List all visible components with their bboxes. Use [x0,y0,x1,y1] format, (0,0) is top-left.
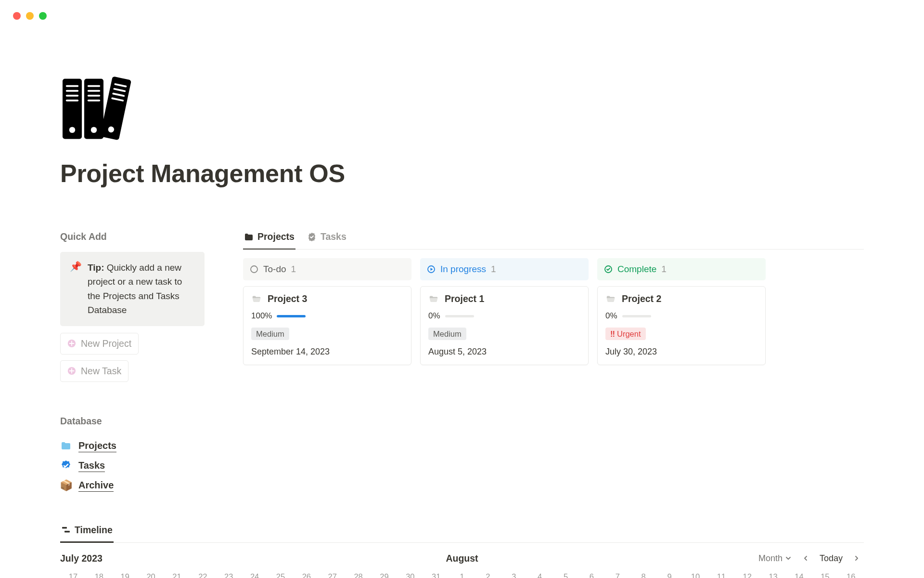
timeline-day[interactable]: 27 [320,572,346,578]
page-title[interactable]: Project Management OS [60,159,864,188]
column-header-todo[interactable]: To-do 1 [243,258,411,280]
svg-point-20 [251,266,257,273]
timeline-day[interactable]: 2 [475,572,501,578]
timeline-day[interactable]: 24 [242,572,268,578]
tab-timeline[interactable]: Timeline [60,525,114,542]
timeline-day[interactable]: 28 [346,572,372,578]
column-complete: Complete 1 Project 2 0% Urgent J [597,258,766,365]
timeline-day[interactable]: 10 [682,572,708,578]
timeline-day[interactable]: 9 [656,572,682,578]
database-link-archive[interactable]: 📦 Archive [60,476,205,496]
tip-text: Tip: Quickly add a new project or a new … [88,261,195,317]
timeline-section: Timeline July 2023 August Month Today [60,525,864,578]
database-archive-label: Archive [78,480,114,492]
folder-open-icon [605,294,616,304]
timeline-prev-button[interactable] [798,553,813,564]
card-project-3[interactable]: Project 3 100% Medium September 14, 2023 [243,286,411,365]
column-header-complete[interactable]: Complete 1 [597,258,766,280]
tab-tasks[interactable]: Tasks [306,231,347,249]
card-progress: 100% [251,311,403,321]
column-header-in-progress[interactable]: In progress 1 [420,258,589,280]
database-link-projects[interactable]: Projects [60,436,205,456]
timeline-day[interactable]: 3 [501,572,527,578]
tab-timeline-label: Timeline [75,525,113,536]
folder-open-icon [251,294,262,304]
timeline-day[interactable]: 22 [190,572,216,578]
card-date: September 14, 2023 [251,347,403,357]
circle-empty-icon [250,265,258,274]
timeline-icon [61,525,71,535]
database-tasks-label: Tasks [78,460,105,472]
timeline-day[interactable]: 17 [60,572,86,578]
tab-projects[interactable]: Projects [243,231,295,249]
check-badge-icon [60,460,72,472]
database-link-tasks[interactable]: Tasks [60,456,205,476]
column-todo: To-do 1 Project 3 100% Medium Se [243,258,411,365]
timeline-view-dropdown[interactable]: Month [755,552,796,565]
timeline-day[interactable]: 21 [164,572,190,578]
folder-open-icon [428,294,439,304]
timeline-days-row: 1718192021222324252627282930311234567891… [60,572,864,578]
timeline-day[interactable]: 23 [216,572,242,578]
timeline-today-button[interactable]: Today [816,552,847,565]
timeline-next-button[interactable] [849,553,864,564]
column-complete-label: Complete [617,264,656,275]
priority-tag-urgent: Urgent [605,328,646,340]
chevron-left-icon [802,555,809,562]
timeline-day[interactable]: 26 [294,572,320,578]
minimize-window-icon[interactable] [26,12,34,20]
svg-point-15 [69,127,76,133]
maximize-window-icon[interactable] [39,12,47,20]
timeline-month-left: July 2023 [60,553,103,564]
folder-blue-icon [60,440,72,452]
timeline-day[interactable]: 20 [138,572,164,578]
timeline-day[interactable]: 15 [812,572,838,578]
timeline-day[interactable]: 29 [372,572,398,578]
card-title: Project 3 [268,293,307,304]
page-icon-binders[interactable] [60,73,864,147]
timeline-day[interactable]: 8 [630,572,656,578]
new-task-button[interactable]: New Task [60,360,128,382]
tip-callout: 📌 Tip: Quickly add a new project or a ne… [60,252,205,326]
timeline-day[interactable]: 13 [760,572,786,578]
database-heading: Database [60,416,205,427]
progress-text: 100% [251,311,272,321]
database-section: Database Projects Tasks 📦 Archive [60,416,205,496]
timeline-day[interactable]: 30 [397,572,423,578]
plus-circle-icon [67,367,76,375]
close-window-icon[interactable] [13,12,21,20]
timeline-day[interactable]: 25 [268,572,294,578]
progress-text: 0% [428,311,440,321]
kanban-board: To-do 1 Project 3 100% Medium Se [243,258,864,365]
progress-bar [445,315,474,317]
card-project-2[interactable]: Project 2 0% Urgent July 30, 2023 [597,286,766,365]
database-projects-label: Projects [78,440,116,452]
card-date: July 30, 2023 [605,347,757,357]
new-project-label: New Project [81,338,131,349]
timeline-day[interactable]: 11 [708,572,734,578]
timeline-view-label: Month [758,553,783,564]
play-circle-icon [427,265,436,274]
priority-tag-medium: Medium [428,328,466,340]
timeline-day[interactable]: 19 [112,572,138,578]
plus-circle-icon [67,339,76,348]
timeline-day[interactable]: 7 [604,572,630,578]
timeline-day[interactable]: 14 [786,572,812,578]
card-title: Project 2 [622,293,661,304]
priority-tag-medium: Medium [251,328,289,340]
card-title: Project 1 [445,293,484,304]
timeline-day[interactable]: 5 [553,572,579,578]
timeline-day[interactable]: 18 [86,572,112,578]
timeline-day[interactable]: 31 [423,572,449,578]
timeline-day[interactable]: 4 [527,572,553,578]
timeline-day[interactable]: 16 [838,572,864,578]
new-project-button[interactable]: New Project [60,333,139,355]
timeline-day[interactable]: 1 [449,572,475,578]
timeline-day[interactable]: 12 [734,572,760,578]
timeline-day[interactable]: 6 [579,572,605,578]
card-progress: 0% [428,311,580,321]
check-badge-grey-icon [307,232,317,242]
card-project-1[interactable]: Project 1 0% Medium August 5, 2023 [420,286,589,365]
timeline-tabs: Timeline [60,525,864,543]
column-todo-count: 1 [291,264,296,275]
